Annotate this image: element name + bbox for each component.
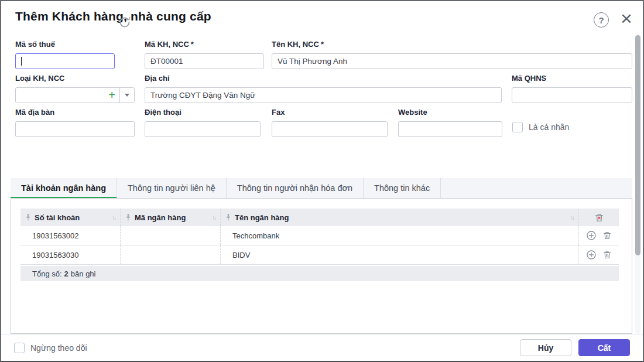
tab-bank-accounts[interactable]: Tài khoản ngân hàng xyxy=(11,178,117,198)
qhns-code-input[interactable] xyxy=(512,87,632,103)
field-tax-code: Mã số thuế xyxy=(15,40,115,69)
phone-input[interactable] xyxy=(145,121,261,137)
table-row[interactable]: 19031563002 Techcombank xyxy=(20,226,619,245)
delete-all-icon[interactable] xyxy=(594,213,604,223)
delete-row-icon[interactable] xyxy=(602,231,612,240)
cell-account[interactable]: 19031563002 xyxy=(20,226,121,245)
sort-icon[interactable]: ↑↓ xyxy=(212,214,215,221)
save-button[interactable]: Cất xyxy=(578,339,630,356)
pin-icon[interactable] xyxy=(125,214,131,221)
field-customer-code: Mã KH, NCC* xyxy=(145,40,264,69)
summary-unit: bản ghi xyxy=(71,269,96,278)
area-code-label: Mã địa bàn xyxy=(15,108,135,117)
table-summary: Tổng số: 2 bản ghi xyxy=(20,266,619,281)
pin-icon[interactable] xyxy=(225,214,231,221)
tab-invoice-recipient[interactable]: Thông tin người nhận hóa đơn xyxy=(227,178,364,198)
cell-bank-code[interactable] xyxy=(121,245,221,264)
summary-label: Tổng số: xyxy=(32,269,62,278)
required-mark: * xyxy=(321,40,324,49)
add-row-icon[interactable] xyxy=(586,230,597,241)
close-icon[interactable]: × xyxy=(617,6,636,30)
help-icon[interactable]: ? xyxy=(594,12,609,28)
pin-icon[interactable] xyxy=(25,214,31,221)
cell-bank-name[interactable]: Techcombank xyxy=(221,226,579,245)
cell-bank-name[interactable]: BIDV xyxy=(221,245,579,264)
field-area-code: Mã địa bàn xyxy=(15,108,135,137)
text-cursor xyxy=(21,57,22,66)
summary-count: 2 xyxy=(64,269,68,278)
cell-bank-code[interactable] xyxy=(121,226,221,245)
fax-label: Fax xyxy=(272,108,388,117)
customer-type-label: Loại KH, NCC xyxy=(15,74,135,83)
add-customer-dialog: Thêm Khách hàng, nhà cung cấp ? × Mã số … xyxy=(0,0,644,362)
tab-bar: Tài khoản ngân hàng Thông tin người liên… xyxy=(11,178,632,198)
col-bank-name-label: Tên ngân hàng xyxy=(235,213,289,222)
address-label: Địa chỉ xyxy=(145,74,502,83)
address-input[interactable] xyxy=(145,87,502,103)
table-row[interactable]: 19031563030 BIDV xyxy=(20,245,619,265)
field-qhns-code: Mã QHNS xyxy=(512,74,632,103)
field-phone: Điện thoại xyxy=(145,108,261,137)
area-code-input[interactable] xyxy=(15,121,135,137)
customer-type-combo[interactable]: + xyxy=(15,87,135,103)
field-address: Địa chỉ xyxy=(145,74,502,103)
customer-code-label: Mã KH, NCC xyxy=(145,40,189,49)
field-customer-name: Tên KH, NCC* xyxy=(272,40,632,69)
field-fax: Fax xyxy=(272,108,388,137)
cancel-button[interactable]: Hủy xyxy=(520,339,571,356)
tax-code-input[interactable] xyxy=(15,53,115,69)
stop-tracking-label: Ngừng theo dõi xyxy=(30,343,87,353)
scrollbar-track xyxy=(635,34,640,334)
customer-name-input[interactable] xyxy=(272,53,632,69)
bank-accounts-panel: Số tài khoản ↑↓ Mã ngân hàng ↑↓ Tên ngân… xyxy=(11,198,632,334)
tab-contact-person[interactable]: Thông tin người liên hệ xyxy=(117,178,227,198)
bank-accounts-table: Số tài khoản ↑↓ Mã ngân hàng ↑↓ Tên ngân… xyxy=(20,209,619,281)
refresh-icon[interactable] xyxy=(118,15,132,29)
dropdown-icon[interactable] xyxy=(120,88,134,103)
cell-account[interactable]: 19031563030 xyxy=(20,245,121,264)
add-row-icon[interactable] xyxy=(586,250,597,260)
delete-row-icon[interactable] xyxy=(602,250,612,259)
stop-tracking-checkbox[interactable] xyxy=(14,343,25,353)
stop-tracking-check[interactable]: Ngừng theo dõi xyxy=(14,343,87,353)
field-website: Website xyxy=(398,108,502,137)
tax-code-label: Mã số thuế xyxy=(15,40,115,49)
col-account-label: Số tài khoản xyxy=(35,213,80,222)
customer-name-label: Tên KH, NCC xyxy=(272,40,319,49)
fax-input[interactable] xyxy=(272,121,388,137)
required-mark: * xyxy=(191,40,194,49)
field-customer-type: Loại KH, NCC + xyxy=(15,74,135,103)
tab-other-info[interactable]: Thông tin khác xyxy=(364,178,441,198)
is-individual-checkbox[interactable] xyxy=(512,122,523,132)
sort-icon[interactable]: ↑↓ xyxy=(112,214,115,221)
customer-code-input[interactable] xyxy=(145,53,264,69)
dialog-title: Thêm Khách hàng, nhà cung cấp xyxy=(15,9,211,23)
chevron-down-icon xyxy=(125,94,129,97)
sort-icon[interactable]: ↑↓ xyxy=(570,214,574,221)
phone-label: Điện thoại xyxy=(145,108,261,117)
website-input[interactable] xyxy=(398,121,502,137)
is-individual-label: Là cá nhân xyxy=(529,122,569,132)
qhns-code-label: Mã QHNS xyxy=(512,74,632,83)
col-bank-code-label: Mã ngân hàng xyxy=(135,213,186,222)
is-individual-check[interactable]: Là cá nhân xyxy=(512,122,569,132)
website-label: Website xyxy=(398,108,502,117)
add-type-icon[interactable]: + xyxy=(108,89,119,102)
scrollbar-thumb[interactable] xyxy=(635,35,640,255)
dialog-footer: Ngừng theo dõi Hủy Cất xyxy=(1,334,643,361)
table-header-row: Số tài khoản ↑↓ Mã ngân hàng ↑↓ Tên ngân… xyxy=(20,209,619,226)
